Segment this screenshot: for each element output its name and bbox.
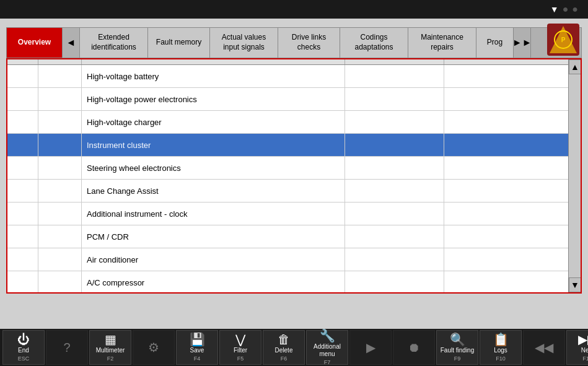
row-control-unit: High-voltage charger: [82, 111, 345, 133]
table-row[interactable]: PCM / CDR: [7, 225, 581, 248]
filter-key: F5: [237, 355, 244, 362]
dot2: ●: [572, 4, 578, 15]
table-rows: High-voltage batteryHigh-voltage power e…: [7, 65, 581, 294]
row-dsn: [345, 271, 444, 294]
next-label: Next: [581, 347, 588, 354]
help-icon: ?: [63, 341, 70, 354]
col-header-dtc: [7, 59, 38, 64]
tab-overview[interactable]: Overview: [7, 28, 63, 58]
row-dsn: [345, 65, 444, 87]
tab-prog[interactable]: Prog: [476, 28, 514, 58]
row-control-unit: Lane Change Assist: [82, 180, 345, 202]
column-headers: [7, 59, 581, 65]
row-status: [38, 203, 82, 225]
main-content: Overview◄ExtendedidentificationsFault me…: [0, 19, 588, 296]
delete-label: Delete: [275, 347, 293, 354]
end-label: End: [18, 347, 29, 354]
row-status: [38, 248, 82, 271]
row-control-unit: A/C compressor: [82, 271, 345, 294]
tab-drive[interactable]: Drive linkschecks: [278, 28, 340, 58]
next-key: F12: [582, 355, 588, 362]
dot1: ●: [563, 4, 569, 15]
porsche-logo: P: [547, 24, 579, 56]
table-row[interactable]: High-voltage battery: [7, 65, 581, 88]
row-dtc: [7, 225, 38, 248]
delete-icon: 🗑: [278, 333, 290, 346]
tab-actual[interactable]: Actual valuesinput signals: [210, 28, 278, 58]
b12-button: ◀◀: [523, 330, 565, 365]
logo-area: P: [547, 24, 579, 58]
row-porsche-part: [444, 203, 581, 225]
row-control-unit: PCM / CDR: [82, 225, 345, 248]
table-row[interactable]: Steering wheel electronics: [7, 157, 581, 180]
logs-button[interactable]: 📋LogsF10: [480, 330, 522, 365]
faultfinding-label: Fault finding: [441, 347, 474, 354]
row-dsn: [345, 180, 444, 202]
row-porsche-part: [444, 134, 581, 156]
rec-icon: ⏺: [408, 341, 420, 354]
row-dtc: [7, 111, 38, 133]
delete-button[interactable]: 🗑DeleteF6: [263, 330, 305, 365]
row-control-unit: Steering wheel electronics: [82, 157, 345, 179]
scroll-up-button[interactable]: ▲: [569, 59, 581, 74]
next-button[interactable]: ▶▶NextF12: [566, 330, 588, 365]
row-status: [38, 88, 82, 110]
tab-nav-right[interactable]: ►►: [514, 28, 531, 58]
row-porsche-part: [444, 271, 581, 294]
tab-fault[interactable]: Fault memory: [148, 28, 210, 58]
tab-extended[interactable]: Extendedidentifications: [80, 28, 148, 58]
b3-button: ⚙: [133, 330, 175, 365]
multimeter-icon: ▦: [105, 333, 116, 346]
row-dsn: [345, 157, 444, 179]
table-row[interactable]: High-voltage power electronics: [7, 88, 581, 111]
row-status: [38, 65, 82, 87]
table-row[interactable]: Instrument cluster: [7, 134, 581, 157]
table-row[interactable]: Air conditioner: [7, 248, 581, 271]
row-dsn: [345, 248, 444, 271]
table-row[interactable]: High-voltage charger: [7, 111, 581, 134]
row-status: [38, 134, 82, 156]
row-status: [38, 111, 82, 133]
row-porsche-part: [444, 88, 581, 110]
help-button: ?: [46, 330, 88, 365]
filter-button[interactable]: ⋁FilterF5: [219, 330, 261, 365]
row-status: [38, 271, 82, 294]
logs-label: Logs: [494, 347, 507, 354]
faultfinding-icon: 🔍: [450, 333, 465, 346]
col-header-porsche: [444, 59, 581, 64]
end-button[interactable]: ⏻EndESC: [2, 330, 45, 365]
multimeter-button[interactable]: ▦MultimeterF2: [89, 330, 131, 365]
col-header-control-unit: [82, 59, 345, 64]
row-porsche-part: [444, 225, 581, 248]
addmenu-icon: 🔧: [320, 329, 335, 342]
addmenu-key: F7: [324, 359, 331, 365]
faultfinding-key: F9: [454, 355, 461, 362]
scroll-down-button[interactable]: ▼: [569, 277, 581, 292]
row-porsche-part: [444, 157, 581, 179]
row-control-unit: High-voltage power electronics: [82, 88, 345, 110]
save-key: F4: [194, 355, 201, 362]
tab-maintenance[interactable]: Maintenancerepairs: [408, 28, 476, 58]
row-dtc: [7, 65, 38, 87]
filter-icon: ⋁: [235, 333, 245, 346]
tab-nav-left[interactable]: ◄: [63, 28, 80, 58]
logs-key: F10: [496, 355, 506, 362]
title-bar: ▼ ● ●: [0, 0, 588, 19]
row-control-unit: Instrument cluster: [82, 134, 345, 156]
row-dsn: [345, 88, 444, 110]
table-row[interactable]: Lane Change Assist: [7, 180, 581, 203]
program-status: [276, 5, 280, 14]
row-dtc: [7, 271, 38, 294]
title-right-area: ▼ ● ●: [550, 4, 582, 15]
save-button[interactable]: 💾SaveF4: [176, 330, 218, 365]
faultfinding-button[interactable]: 🔍Fault findingF9: [436, 330, 478, 365]
addmenu-button[interactable]: 🔧Additional menuF7: [306, 330, 348, 365]
table-row[interactable]: Additional instrument - clock: [7, 203, 581, 225]
svg-text:P: P: [561, 37, 566, 43]
tab-codings[interactable]: Codingsadaptations: [340, 28, 408, 58]
table-row[interactable]: A/C compressor: [7, 271, 581, 294]
multimeter-label: Multimeter: [96, 347, 125, 354]
logs-icon: 📋: [493, 333, 509, 346]
row-dtc: [7, 248, 38, 271]
row-porsche-part: [444, 248, 581, 271]
